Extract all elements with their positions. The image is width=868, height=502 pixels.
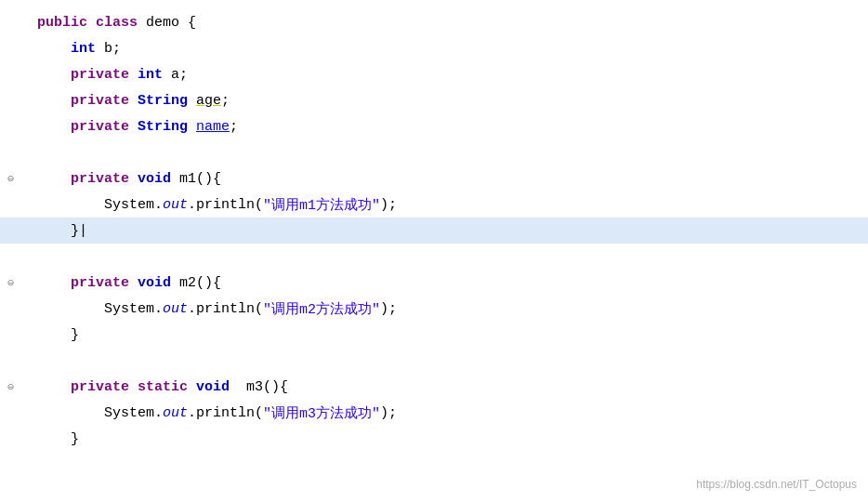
- watermark: https://blog.csdn.net/IT_Octopus: [696, 478, 857, 491]
- code-token: );: [380, 197, 397, 213]
- code-token: private: [71, 93, 138, 109]
- code-token: [37, 67, 71, 83]
- code-line: [0, 348, 868, 374]
- code-token: name: [196, 119, 230, 135]
- code-token: private: [71, 275, 138, 291]
- code-token: m3(){: [230, 379, 288, 395]
- code-token: [37, 41, 71, 57]
- code-token: "调用m2方法成功": [263, 300, 380, 318]
- code-token: System.: [37, 405, 163, 421]
- code-line: }: [0, 426, 868, 452]
- code-token: void: [138, 171, 171, 187]
- code-token: [37, 93, 71, 109]
- code-token: System.: [37, 301, 163, 317]
- code-token: );: [380, 301, 397, 317]
- code-line: System.out.println("调用m2方法成功");: [0, 296, 868, 322]
- code-token: "调用m3方法成功": [263, 404, 380, 422]
- code-token: String: [138, 93, 196, 109]
- code-token: demo {: [146, 15, 196, 31]
- code-line: int b;: [0, 35, 868, 61]
- code-token: public: [37, 15, 96, 31]
- code-line: System.out.println("调用m3方法成功");: [0, 400, 868, 426]
- code-token: );: [380, 405, 397, 421]
- code-token: void: [196, 379, 230, 395]
- code-token: private: [71, 119, 138, 135]
- code-token: "调用m1方法成功": [263, 196, 380, 214]
- code-token: .println(: [188, 405, 263, 421]
- code-token: b;: [96, 41, 121, 57]
- code-token: int: [138, 67, 163, 83]
- code-token: [37, 119, 71, 135]
- code-token: System.: [37, 197, 163, 213]
- code-token: ;: [221, 93, 230, 109]
- code-token: out: [163, 197, 188, 213]
- code-token: }|: [37, 223, 87, 239]
- code-token: m2(){: [171, 275, 221, 291]
- code-token: a;: [163, 67, 188, 83]
- code-token: m1(){: [171, 171, 221, 187]
- code-line: ⊖ private void m1(){: [0, 165, 868, 192]
- code-token: .println(: [188, 301, 263, 317]
- code-token: int: [71, 41, 96, 57]
- code-token: static: [138, 379, 196, 395]
- code-token: [37, 171, 71, 187]
- code-token: out: [163, 301, 188, 317]
- gutter-icon[interactable]: ⊖: [7, 276, 14, 290]
- code-token: .println(: [188, 197, 263, 213]
- code-token: void: [138, 275, 171, 291]
- code-line: public class demo {: [0, 9, 868, 35]
- code-token: private: [71, 379, 138, 395]
- code-token: private: [71, 67, 138, 83]
- code-token: String: [138, 119, 196, 135]
- code-line: ⊖ private static void m3(){: [0, 374, 868, 400]
- code-token: ;: [230, 119, 238, 135]
- code-token: age: [196, 93, 221, 109]
- code-token: class: [96, 15, 146, 31]
- code-line: }|: [0, 218, 868, 244]
- code-token: [37, 275, 71, 291]
- code-editor: public class demo { int b; private int a…: [0, 0, 868, 502]
- code-token: }: [37, 327, 79, 343]
- code-line: private String age;: [0, 87, 868, 113]
- code-token: out: [163, 405, 188, 421]
- code-line: [0, 244, 868, 270]
- code-line: private int a;: [0, 61, 868, 87]
- code-token: private: [71, 171, 138, 187]
- code-line: private String name;: [0, 113, 868, 139]
- code-token: [37, 379, 71, 395]
- code-token: }: [37, 431, 79, 447]
- gutter-icon[interactable]: ⊖: [7, 380, 14, 394]
- code-line: }: [0, 322, 868, 348]
- gutter-icon[interactable]: ⊖: [7, 172, 14, 186]
- code-line: [0, 139, 868, 165]
- code-line: ⊖ private void m2(){: [0, 270, 868, 296]
- code-line: System.out.println("调用m1方法成功");: [0, 192, 868, 218]
